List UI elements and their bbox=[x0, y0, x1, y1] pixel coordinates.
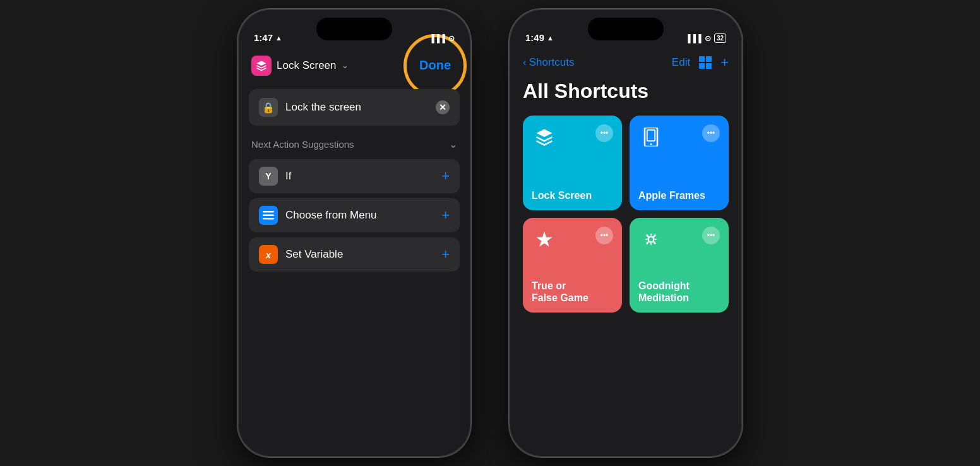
svg-rect-4 bbox=[647, 130, 655, 141]
svg-line-7 bbox=[647, 236, 648, 237]
apple-frames-more-button[interactable]: ••• bbox=[702, 124, 720, 142]
lock-icon: 🔒 bbox=[259, 98, 278, 117]
back-label: Shortcuts bbox=[529, 56, 575, 69]
nav-actions: Edit + bbox=[672, 54, 729, 71]
add-shortcut-button[interactable]: + bbox=[720, 54, 729, 71]
signal-icon-1: ▐▐▐ bbox=[429, 34, 445, 43]
shortcut-card-true-false[interactable]: ••• True or False Game bbox=[523, 218, 622, 313]
shortcut-title-row: Lock Screen ⌄ bbox=[251, 56, 349, 76]
status-icons-2: ▐▐▐ ⊙ 32 bbox=[685, 33, 726, 43]
grid-cell-3 bbox=[699, 63, 705, 69]
lock-screen-card-icon bbox=[532, 124, 557, 150]
all-shortcuts-title: All Shortcuts bbox=[510, 77, 741, 116]
status-time-1: 1:47 ▲ bbox=[254, 32, 282, 43]
svg-line-9 bbox=[654, 236, 655, 237]
add-if-button[interactable]: + bbox=[441, 169, 450, 183]
phone-editor: 1:47 ▲ ▐▐▐ ⊙ bbox=[237, 9, 471, 457]
suggestions-collapse-button[interactable]: ⌄ bbox=[449, 138, 457, 150]
true-false-more-button[interactable]: ••• bbox=[595, 227, 613, 244]
true-false-card-label: True or False Game bbox=[532, 280, 613, 304]
wifi-icon-2: ⊙ bbox=[705, 34, 711, 43]
goodnight-card-icon bbox=[638, 227, 664, 252]
svg-point-6 bbox=[648, 237, 654, 242]
svg-point-5 bbox=[650, 143, 652, 145]
svg-rect-1 bbox=[263, 215, 274, 217]
back-button[interactable]: ‹ Shortcuts bbox=[523, 56, 574, 69]
apple-frames-card-label: Apple Frames bbox=[638, 189, 720, 201]
grid-cell-1 bbox=[699, 56, 705, 62]
editor-header: Lock Screen ⌄ Done bbox=[249, 54, 460, 76]
location-icon-1: ▲ bbox=[275, 34, 282, 42]
dynamic-island-2 bbox=[588, 18, 664, 40]
done-button[interactable]: Done bbox=[413, 54, 457, 76]
variable-label: Set Variable bbox=[285, 248, 434, 261]
add-variable-button[interactable]: + bbox=[441, 248, 450, 261]
svg-line-8 bbox=[654, 242, 655, 244]
lock-screen-action[interactable]: 🔒 Lock the screen ✕ bbox=[249, 89, 460, 126]
lock-screen-card-label: Lock Screen bbox=[532, 189, 613, 201]
time-display-2: 1:49 bbox=[525, 32, 544, 43]
battery-indicator-2: 32 bbox=[714, 33, 726, 43]
shortcut-name-label: Lock Screen bbox=[277, 59, 337, 72]
menu-icon bbox=[259, 206, 278, 225]
shortcuts-grid: ••• Lock Screen ••• bbox=[510, 116, 741, 313]
dynamic-island bbox=[316, 18, 392, 40]
if-label: If bbox=[285, 170, 434, 182]
wifi-icon-1: ⊙ bbox=[448, 34, 455, 43]
editor-content: Lock Screen ⌄ Done 🔒 Lock the screen ✕ bbox=[239, 10, 470, 289]
menu-label: Choose from Menu bbox=[285, 209, 434, 222]
card-top-trueFalse: ••• bbox=[532, 227, 613, 252]
lock-screen-more-button[interactable]: ••• bbox=[595, 124, 613, 142]
status-time-2: 1:49 ▲ bbox=[525, 32, 554, 43]
card-top-lock: ••• bbox=[532, 124, 613, 150]
back-chevron-icon: ‹ bbox=[523, 56, 527, 69]
shortcut-chevron-icon[interactable]: ⌄ bbox=[342, 61, 349, 70]
scene: 1:47 ▲ ▐▐▐ ⊙ bbox=[0, 0, 980, 466]
done-button-wrapper: Done bbox=[413, 54, 457, 76]
goodnight-more-button[interactable]: ••• bbox=[702, 227, 720, 244]
suggestions-header: Next Action Suggestions ⌄ bbox=[249, 138, 460, 150]
suggestions-title: Next Action Suggestions bbox=[251, 139, 354, 150]
remove-action-button[interactable]: ✕ bbox=[436, 100, 450, 114]
edit-button[interactable]: Edit bbox=[672, 56, 690, 69]
grid-cell-4 bbox=[706, 63, 712, 69]
true-false-card-icon bbox=[532, 227, 557, 252]
shortcuts-screen: 1:49 ▲ ▐▐▐ ⊙ 32 ‹ Shortcuts Edit bbox=[510, 10, 741, 456]
location-icon-2: ▲ bbox=[547, 34, 554, 42]
suggestion-if[interactable]: Y If + bbox=[249, 159, 460, 193]
if-icon: Y bbox=[259, 167, 278, 186]
grid-view-button[interactable] bbox=[699, 56, 712, 69]
status-icons-1: ▐▐▐ ⊙ bbox=[429, 34, 455, 43]
grid-cell-2 bbox=[706, 56, 712, 62]
svg-line-10 bbox=[647, 242, 648, 244]
goodnight-card-label: Goodnight Meditation bbox=[638, 280, 720, 304]
card-top-frames: ••• bbox=[638, 124, 720, 150]
svg-rect-0 bbox=[263, 211, 274, 213]
variable-icon: x bbox=[259, 245, 278, 264]
add-menu-button[interactable]: + bbox=[441, 208, 450, 222]
time-display-1: 1:47 bbox=[254, 32, 273, 43]
apple-frames-card-icon bbox=[638, 124, 664, 150]
shortcut-card-goodnight[interactable]: ••• Goodnight Meditation bbox=[630, 218, 729, 313]
suggestion-variable[interactable]: x Set Variable + bbox=[249, 237, 460, 272]
phone-shortcuts: 1:49 ▲ ▐▐▐ ⊙ 32 ‹ Shortcuts Edit bbox=[509, 9, 743, 457]
svg-rect-2 bbox=[263, 218, 274, 220]
card-top-goodnight: ••• bbox=[638, 227, 720, 252]
shortcut-app-icon bbox=[251, 56, 272, 76]
shortcut-card-lock-screen[interactable]: ••• Lock Screen bbox=[523, 116, 622, 210]
shortcut-card-apple-frames[interactable]: ••• Apple Frames bbox=[630, 116, 729, 210]
signal-icon-2: ▐▐▐ bbox=[685, 34, 702, 43]
action-label: Lock the screen bbox=[285, 101, 428, 114]
suggestion-menu[interactable]: Choose from Menu + bbox=[249, 198, 460, 232]
editor-screen: 1:47 ▲ ▐▐▐ ⊙ bbox=[239, 10, 470, 456]
